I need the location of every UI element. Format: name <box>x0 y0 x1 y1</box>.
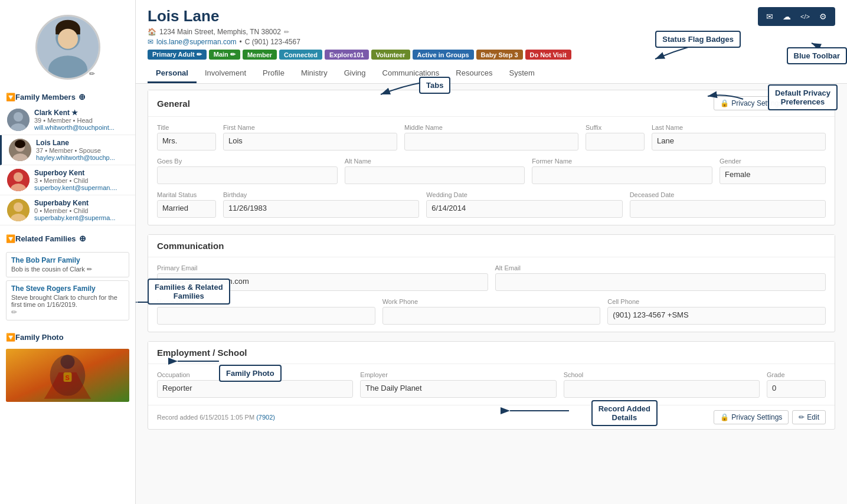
member-details-clark: 39 • Member • Head <box>34 117 115 124</box>
header-top: Lois Lane 🏠 1234 Main Street, Memphis, T… <box>148 7 835 46</box>
general-section: General 🔒 Privacy Settings ✏ Edit <box>148 90 835 225</box>
tab-personal[interactable]: Personal <box>148 64 197 83</box>
field-school: School <box>564 371 760 398</box>
field-title: Title Mrs. <box>157 124 216 150</box>
avatar-edit-icon[interactable]: ✏ <box>89 70 95 78</box>
tab-involvement[interactable]: Involvement <box>197 64 254 83</box>
badge-do-not-visit[interactable]: Do Not Visit <box>525 50 571 60</box>
work-phone-label: Work Phone <box>382 298 601 305</box>
general-row1: Title Mrs. First Name Lois Middle Name <box>157 124 826 150</box>
field-occupation: Occupation Reporter <box>157 371 353 398</box>
content-area: General 🔒 Privacy Settings ✏ Edit <box>136 84 847 504</box>
field-alt-name: Alt Name <box>345 158 525 184</box>
svg-point-5 <box>57 29 77 49</box>
related-family-steve[interactable]: The Steve Rogers Family Steve brought Cl… <box>6 280 129 320</box>
family-member-superboy[interactable]: Superboy Kent 3 • Member • Child superbo… <box>0 165 135 195</box>
last-name-value: Lane <box>652 133 826 150</box>
goes-by-label: Goes By <box>157 158 338 165</box>
footer-privacy-button[interactable]: 🔒 Privacy Settings <box>714 410 789 424</box>
grade-value: 0 <box>767 380 826 398</box>
tabs: Personal Involvement Profile Ministry Gi… <box>148 64 835 83</box>
badge-explore101[interactable]: Explore101 <box>325 50 369 60</box>
member-info-clark: Clark Kent ★ 39 • Member • Head will.whi… <box>34 109 115 131</box>
field-grade: Grade 0 <box>767 371 826 398</box>
toolbar-settings-button[interactable]: ⚙ <box>816 10 830 23</box>
svg-text:S: S <box>66 374 70 381</box>
last-name-label: Last Name <box>652 124 826 131</box>
person-email[interactable]: lois.lane@superman.com <box>156 38 237 46</box>
communication-form: Primary Email lois.lane@superman.com Alt… <box>148 257 835 332</box>
footer-privacy-label: Privacy Settings <box>731 413 782 421</box>
family-members-header[interactable]: 🔽 Family Members ⊕ <box>0 89 135 105</box>
toolbar-code-button[interactable]: </> <box>797 11 813 22</box>
add-family-member-icon[interactable]: ⊕ <box>79 92 86 102</box>
tab-ministry[interactable]: Ministry <box>293 64 336 83</box>
badge-baby-step[interactable]: Baby Step 3 <box>476 50 523 60</box>
add-related-family-icon[interactable]: ⊕ <box>79 234 86 243</box>
related-family-bob[interactable]: The Bob Parr Family Bob is the cousin of… <box>6 252 129 277</box>
general-edit-button[interactable]: ✏ Edit <box>792 96 826 110</box>
badge-connected[interactable]: Connected <box>279 50 322 60</box>
family-member-lois[interactable]: Lois Lane 37 • Member • Spouse hayley.wh… <box>0 135 135 165</box>
related-family-steve-name: The Steve Rogers Family <box>11 284 124 293</box>
badge-main[interactable]: Main ✏ <box>209 50 240 60</box>
general-section-title: General <box>157 99 190 109</box>
field-employer: Employer The Daily Planet <box>360 371 556 398</box>
tab-profile[interactable]: Profile <box>254 64 293 83</box>
tab-communications[interactable]: Communications <box>374 64 448 83</box>
related-families-header[interactable]: 🔽 Related Families ⊕ <box>0 230 135 247</box>
address-edit-icon[interactable]: ✏ <box>284 28 289 36</box>
family-photo-image[interactable]: S <box>6 349 129 402</box>
record-added-link[interactable]: (7902) <box>256 414 275 421</box>
employment-section-header: Employment / School <box>148 342 835 364</box>
default-privacy-arrow <box>702 87 749 105</box>
person-address-row: 🏠 1234 Main Street, Memphis, TN 38002 ✏ <box>148 28 300 36</box>
occupation-value: Reporter <box>157 380 353 398</box>
family-photo-arrow <box>172 352 225 370</box>
related-family-bob-name: The Bob Parr Family <box>11 256 124 264</box>
title-label: Title <box>157 124 216 131</box>
member-info-lois: Lois Lane 37 • Member • Spouse hayley.wh… <box>36 139 115 161</box>
birthday-value: 11/26/1983 <box>223 200 419 218</box>
employment-section: Employment / School Occupation Reporter … <box>148 341 835 430</box>
field-birthday: Birthday 11/26/1983 <box>223 191 419 218</box>
first-name-label: First Name <box>223 124 397 131</box>
field-alt-email: Alt Email <box>495 264 826 291</box>
families-related-arrow <box>136 293 153 311</box>
member-email-superbaby: superbaby.kent@superma... <box>34 214 116 221</box>
comm-row2: Home Phone Work Phone Cell Phone (901) 1… <box>157 298 826 325</box>
gender-label: Gender <box>720 158 826 165</box>
related-families-label: Related Families <box>15 234 76 243</box>
badge-volunteer[interactable]: Volunteer <box>371 50 410 60</box>
family-member-superbaby[interactable]: Superbaby Kent 0 • Member • Child superb… <box>0 195 135 225</box>
person-address-text: 1234 Main Street, Memphis, TN 38002 <box>159 28 281 36</box>
member-details-lois: 37 • Member • Spouse <box>36 147 115 154</box>
home-phone-value <box>157 307 375 325</box>
communication-section: Communication Primary Email lois.lane@su… <box>148 234 835 332</box>
suffix-value <box>586 133 645 150</box>
toolbar-email-button[interactable]: ✉ <box>763 10 777 23</box>
former-name-value <box>532 166 712 184</box>
related-family-steve-edit[interactable]: ✏ <box>11 308 124 316</box>
tab-resources[interactable]: Resources <box>447 64 501 83</box>
badge-primary-adult[interactable]: Primary Adult ✏ <box>148 50 207 60</box>
tab-system[interactable]: System <box>501 64 542 83</box>
occupation-label: Occupation <box>157 371 353 378</box>
family-photo-header[interactable]: 🔽 Family Photo <box>0 329 135 345</box>
marital-value: Married <box>157 200 216 218</box>
toolbar-upload-button[interactable]: ☁ <box>779 10 794 23</box>
footer-section-actions: 🔒 Privacy Settings ✏ Edit <box>714 410 826 424</box>
phone-separator: • <box>240 38 242 46</box>
member-email-superboy: superboy.kent@superman.... <box>34 184 117 191</box>
middle-name-label: Middle Name <box>404 124 578 131</box>
member-name-lois: Lois Lane <box>36 139 115 147</box>
svg-point-12 <box>15 140 25 148</box>
deceased-value <box>630 200 826 218</box>
badge-active-groups[interactable]: Active in Groups <box>413 50 474 60</box>
svg-point-17 <box>14 202 23 212</box>
family-member-clark[interactable]: Clark Kent ★ 39 • Member • Head will.whi… <box>0 105 135 135</box>
tab-giving[interactable]: Giving <box>336 64 374 83</box>
svg-point-7 <box>14 112 23 122</box>
footer-edit-button[interactable]: ✏ Edit <box>792 410 826 424</box>
badge-member[interactable]: Member <box>243 50 277 60</box>
